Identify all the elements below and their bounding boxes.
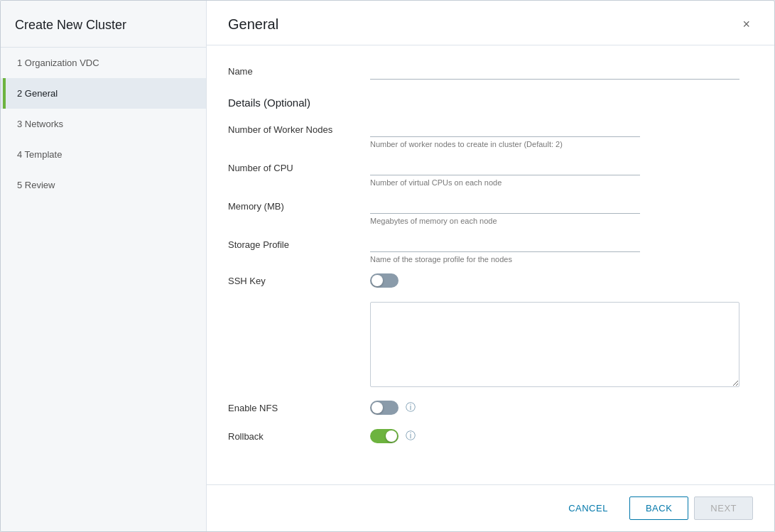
sidebar-item-org-vdc[interactable]: 1 Organization VDC	[1, 48, 206, 78]
dialog-footer: CANCEL BACK NEXT	[207, 484, 774, 531]
name-row: Name	[228, 63, 753, 80]
num-cpu-input[interactable]	[370, 158, 640, 175]
create-cluster-dialog: Create New Cluster 1 Organization VDC 2 …	[0, 0, 775, 532]
ssh-key-label: SSH Key	[228, 276, 370, 286]
rollback-track	[370, 429, 399, 443]
rollback-toggle[interactable]	[370, 429, 399, 443]
ssh-key-toggle[interactable]	[370, 273, 399, 288]
enable-nfs-info-icon[interactable]: ⓘ	[406, 401, 416, 414]
num-cpu-row: Number of CPU Number of virtual CPUs on …	[228, 158, 753, 187]
sidebar-item-label: 2 General	[17, 88, 58, 99]
main-body: Name Details (Optional) Number of Worker…	[207, 45, 774, 484]
dialog-body: Create New Cluster 1 Organization VDC 2 …	[1, 1, 774, 531]
sidebar-item-label: 3 Networks	[17, 119, 63, 129]
sidebar-item-networks[interactable]: 3 Networks	[1, 109, 206, 139]
ssh-key-track	[370, 273, 399, 288]
memory-input-wrap: Megabytes of memory on each node	[370, 197, 640, 225]
storage-profile-input[interactable]	[370, 235, 640, 252]
enable-nfs-row: Enable NFS ⓘ	[228, 401, 753, 419]
enable-nfs-toggle[interactable]	[370, 401, 399, 415]
memory-input[interactable]	[370, 197, 640, 214]
worker-nodes-input-wrap: Number of worker nodes to create in clus…	[370, 120, 640, 148]
rollback-row: Rollback ⓘ	[228, 429, 753, 447]
memory-hint: Megabytes of memory on each node	[370, 217, 640, 225]
sidebar-item-label: 5 Review	[17, 180, 55, 190]
main-header: General ×	[207, 1, 774, 45]
storage-profile-label: Storage Profile	[228, 235, 370, 250]
memory-row: Memory (MB) Megabytes of memory on each …	[228, 197, 753, 225]
memory-label: Memory (MB)	[228, 197, 370, 212]
sidebar-item-label: 1 Organization VDC	[17, 58, 99, 68]
sidebar-title: Create New Cluster	[1, 1, 206, 48]
name-input[interactable]	[370, 63, 739, 80]
enable-nfs-label: Enable NFS	[228, 403, 370, 413]
sidebar-item-general[interactable]: 2 General	[1, 78, 206, 109]
sidebar-item-review[interactable]: 5 Review	[1, 170, 206, 200]
next-button[interactable]: NEXT	[694, 496, 753, 520]
ssh-key-textarea[interactable]	[370, 302, 739, 387]
rollback-label: Rollback	[228, 431, 370, 442]
ssh-key-row: SSH Key	[228, 273, 753, 292]
rollback-info-icon[interactable]: ⓘ	[406, 430, 416, 443]
main-title: General	[228, 16, 278, 33]
details-section: Details (Optional) Number of Worker Node…	[228, 97, 753, 447]
worker-nodes-label: Number of Worker Nodes	[228, 120, 370, 135]
details-title: Details (Optional)	[228, 97, 753, 109]
close-button[interactable]: ×	[739, 15, 753, 33]
storage-profile-input-wrap: Name of the storage profile for the node…	[370, 235, 640, 264]
sidebar-item-template[interactable]: 4 Template	[1, 139, 206, 170]
ssh-key-textarea-wrap	[370, 302, 753, 389]
worker-nodes-input[interactable]	[370, 120, 640, 137]
sidebar-item-label: 4 Template	[17, 149, 62, 160]
num-cpu-input-wrap: Number of virtual CPUs on each node	[370, 158, 640, 187]
worker-nodes-row: Number of Worker Nodes Number of worker …	[228, 120, 753, 148]
storage-profile-hint: Name of the storage profile for the node…	[370, 255, 640, 264]
num-cpu-label: Number of CPU	[228, 158, 370, 173]
back-button[interactable]: BACK	[629, 496, 688, 520]
enable-nfs-track	[370, 401, 399, 415]
name-label: Name	[228, 66, 370, 77]
name-input-wrap	[370, 63, 739, 80]
cancel-button[interactable]: CANCEL	[553, 497, 624, 519]
num-cpu-hint: Number of virtual CPUs on each node	[370, 178, 640, 187]
main-content: General × Name Details (Optional) Number	[207, 1, 774, 531]
storage-profile-row: Storage Profile Name of the storage prof…	[228, 235, 753, 264]
worker-nodes-hint: Number of worker nodes to create in clus…	[370, 140, 640, 148]
sidebar: Create New Cluster 1 Organization VDC 2 …	[1, 1, 207, 531]
